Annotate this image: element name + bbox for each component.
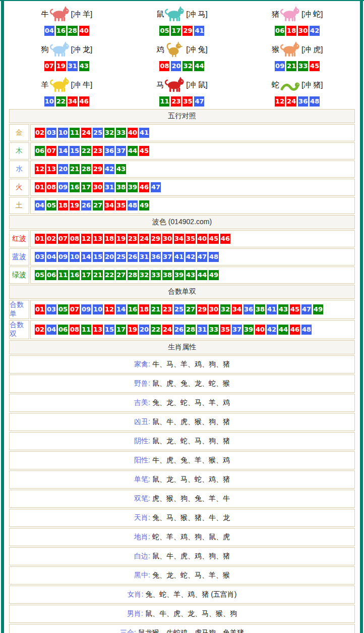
zodiac-numbers: 06183042: [239, 26, 355, 36]
zodiac-numbers: 09213345: [239, 61, 355, 71]
number-ball-03: 03: [35, 252, 45, 262]
number-ball-33: 33: [116, 128, 126, 138]
wuxing-row-numbers: 04051819262734354849: [30, 197, 355, 214]
zodiac-title: 鼠[冲 马]: [125, 4, 240, 24]
number-ball-27: 27: [116, 270, 126, 280]
number-ball-42: 42: [310, 26, 320, 36]
pig-icon: [280, 5, 301, 23]
number-ball-14: 14: [116, 304, 126, 314]
number-ball-48: 48: [301, 325, 312, 335]
number-ball-18: 18: [58, 200, 68, 210]
number-ball-10: 10: [70, 252, 80, 262]
number-ball-28: 28: [186, 325, 196, 335]
number-ball-32: 32: [104, 128, 114, 138]
bose-row-numbers: 0102070812131819232429303435404546: [30, 230, 355, 247]
number-ball-43: 43: [186, 270, 196, 280]
number-ball-03: 03: [46, 128, 56, 138]
number-ball-10: 10: [93, 304, 103, 314]
zodiac-title: 牛[冲 羊]: [9, 4, 125, 24]
number-ball-20: 20: [58, 164, 68, 174]
number-ball-49: 49: [209, 270, 219, 280]
zodiac-cell: 猴[冲 虎]09213345: [239, 38, 355, 74]
number-ball-25: 25: [174, 304, 184, 314]
attribute-row: 白边: 鼠、牛、虎、鸡、狗、猪: [9, 547, 355, 565]
number-ball-21: 21: [70, 164, 80, 174]
number-ball-07: 07: [70, 304, 80, 314]
number-ball-47: 47: [151, 182, 161, 192]
section-bose: 波色 (014902.com) 红波0102070812131819232429…: [9, 215, 355, 284]
attribute-label: 双笔:: [134, 494, 150, 502]
attribute-label: 吉美:: [134, 398, 150, 406]
page-frame: 牛[冲 羊]04162840鼠[冲 马]05172941猪[冲 蛇]061830…: [0, 0, 364, 633]
section-header-wuxing: 五行对照: [9, 109, 355, 123]
number-ball-05: 05: [46, 200, 56, 210]
number-ball-31: 31: [68, 61, 78, 71]
number-ball-11: 11: [58, 270, 68, 280]
zodiac-numbers: 11233547: [125, 96, 240, 107]
number-ball-14: 14: [81, 252, 91, 262]
horse-icon: [164, 76, 186, 94]
number-ball-39: 39: [128, 182, 138, 192]
number-ball-21: 21: [151, 304, 161, 314]
attribute-value: 兔、龙、蛇、马、羊、猴: [150, 571, 230, 579]
attribute-row: 家禽: 牛、马、羊、鸡、狗、猪: [9, 355, 355, 374]
number-ball-19: 19: [128, 325, 138, 335]
attribute-label: 野兽:: [134, 379, 150, 387]
wuxing-row-label: 金: [9, 124, 29, 141]
zodiac-cell: 羊[冲 牛]10223446: [9, 74, 125, 109]
bose-row-numbers: 05061116172122272832333839434449: [30, 267, 355, 284]
attribute-value: 鼠、虎、兔、龙、蛇、猴: [150, 379, 230, 387]
zodiac-title: 羊[冲 牛]: [9, 75, 125, 95]
number-ball-44: 44: [278, 325, 288, 335]
attribute-value: 鼠龙猴、牛蛇鸡、虎马狗、兔羊猪: [136, 628, 244, 633]
wuxing-row: 金02031011242532334041: [9, 124, 355, 141]
number-ball-40: 40: [128, 128, 138, 138]
zodiac-name: 牛: [41, 10, 49, 19]
bose-row-label: 红波: [9, 230, 29, 247]
attribute-label: 凶丑:: [134, 417, 150, 426]
ox-icon: [49, 5, 71, 23]
number-ball-14: 14: [58, 146, 68, 156]
number-ball-28: 28: [68, 26, 78, 36]
number-ball-23: 23: [93, 146, 103, 156]
number-ball-44: 44: [197, 270, 207, 280]
number-ball-15: 15: [93, 252, 103, 262]
number-ball-22: 22: [81, 146, 91, 156]
number-ball-36: 36: [298, 96, 308, 107]
number-ball-29: 29: [183, 26, 193, 36]
section-wuxing: 五行对照 金02031011242532334041木0607141522233…: [9, 109, 355, 214]
rat-icon: [164, 5, 186, 23]
number-ball-44: 44: [128, 146, 138, 156]
wuxing-row-numbers: 0108091617303138394647: [30, 179, 355, 196]
number-ball-49: 49: [139, 200, 149, 210]
number-ball-12: 12: [104, 304, 114, 314]
number-ball-35: 35: [116, 200, 126, 210]
content: 牛[冲 羊]04162840鼠[冲 马]05172941猪[冲 蛇]061830…: [9, 1, 355, 633]
attribute-row: 阳性: 牛、虎、兔、羊、猴、鸡: [9, 451, 355, 469]
zodiac-clash: [冲 羊]: [71, 10, 93, 19]
number-ball-30: 30: [93, 182, 103, 192]
number-ball-48: 48: [310, 96, 320, 107]
number-ball-42: 42: [186, 252, 196, 262]
number-ball-09: 09: [81, 304, 91, 314]
number-ball-41: 41: [267, 304, 277, 314]
zodiac-clash: [冲 龙]: [71, 45, 93, 55]
number-ball-43: 43: [278, 304, 288, 314]
number-ball-08: 08: [159, 61, 169, 71]
zodiac-numbers: 12243648: [239, 96, 355, 107]
zodiac-name: 狗: [41, 45, 49, 55]
number-ball-41: 41: [194, 26, 204, 36]
number-ball-26: 26: [174, 325, 184, 335]
number-ball-34: 34: [232, 304, 242, 314]
wuxing-row-numbers: 02031011242532334041: [30, 124, 355, 141]
number-ball-49: 49: [313, 304, 323, 314]
zodiac-numbers: 07193143: [9, 61, 125, 71]
wuxing-row-label: 火: [9, 179, 29, 196]
zodiac-name: 羊: [41, 80, 49, 90]
zodiac-cell: 猪[冲 蛇]06183042: [239, 3, 355, 38]
number-ball-16: 16: [128, 304, 138, 314]
number-ball-20: 20: [139, 325, 149, 335]
attribute-value: 鼠、龙、蛇、马、狗、猪: [150, 437, 230, 445]
number-ball-17: 17: [171, 26, 181, 36]
attribute-label: 阳性:: [134, 456, 150, 464]
